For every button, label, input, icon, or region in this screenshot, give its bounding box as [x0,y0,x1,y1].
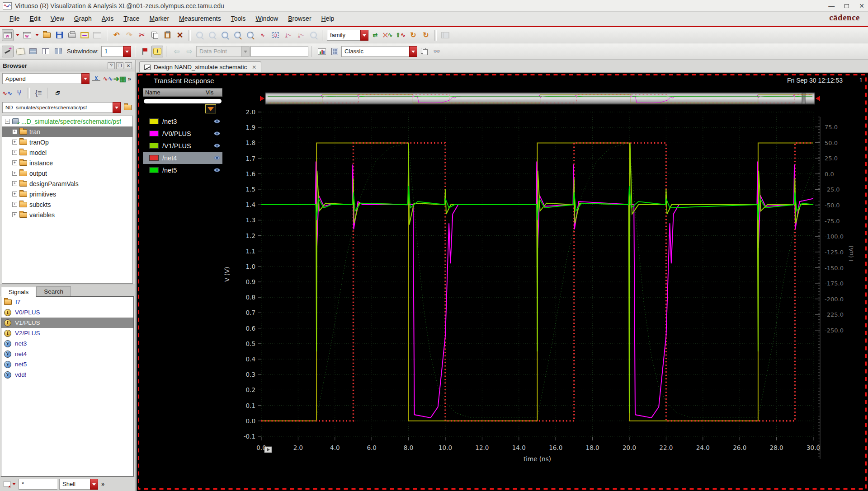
next-point-button[interactable]: ⇨ [184,46,195,57]
expand-icon[interactable]: + [12,212,17,217]
signal-item-net4[interactable]: Vnet4 [1,349,133,359]
open-button[interactable] [41,29,52,41]
prev-point-button[interactable]: ⇦ [171,46,183,57]
menu-view[interactable]: View [46,13,69,24]
menu-axis[interactable]: Axis [97,13,118,24]
new-subwindow-button[interactable]: w [21,29,33,41]
plot-window[interactable]: 2.01.91.81.71.61.51.41.31.21.11.00.90.80… [137,73,868,491]
signal-item-i7[interactable]: I7 [1,297,133,307]
calculator-button[interactable] [329,46,340,57]
expand-icon[interactable]: + [12,150,17,155]
menu-marker[interactable]: Marker [145,13,175,24]
layout-editor-button[interactable] [91,29,103,41]
grid-layout-button[interactable] [52,46,64,57]
layers-button[interactable] [418,46,430,57]
visibility-eye-icon[interactable] [213,131,222,136]
close-panel-button[interactable]: ✕ [125,62,132,69]
restore-button[interactable] [844,4,849,8]
signal-item-vdd-[interactable]: Vvdd! [1,369,133,380]
menu-measurements[interactable]: Measurements [174,13,226,24]
scatter-mode-button[interactable]: ⤬∿ [382,29,394,41]
graph-tab-close[interactable]: ✕ [252,64,256,70]
signal-item-v0-plus[interactable]: IV0/PLUS [1,307,133,318]
table-view-button[interactable] [439,29,451,41]
signal-item-v1-plus[interactable]: IV1/PLUS [1,318,133,328]
append-overflow-button[interactable]: » [127,75,132,82]
tree-item-instance[interactable]: +instance [2,158,132,168]
visibility-eye-icon[interactable] [213,155,222,160]
legend-item--v1-plus[interactable]: /V1/PLUS [143,140,222,152]
data-point-combo[interactable]: Data Point [196,46,250,57]
tree-item-primitives[interactable]: +primitives [2,189,132,199]
legend-scrollbar[interactable] [144,99,222,103]
menu-graph[interactable]: Graph [69,13,97,24]
overlay-mode-button[interactable]: ⇧∿ [395,29,406,41]
plot-family-icon[interactable]: ∿∿ [103,75,113,83]
horizontal-split-button[interactable] [27,46,39,57]
filter-sheet-icon[interactable] [2,480,12,488]
tree-item-output[interactable]: +output [2,168,132,178]
menu-browser[interactable]: Browser [283,13,316,24]
visibility-eye-icon[interactable] [213,168,222,173]
append-mode-combo[interactable]: Append [2,73,90,84]
tree-item-subckts[interactable]: +subckts [2,199,132,210]
fork-tool-icon[interactable]: ⑂ [14,89,24,97]
zoom-in-button[interactable]: + [231,29,243,41]
tree-item-variables[interactable]: +variables [2,210,132,220]
wand-tool-button[interactable] [2,46,14,57]
expand-icon[interactable]: + [12,181,17,186]
print-button[interactable] [66,29,78,41]
fit-view-button[interactable] [219,29,231,41]
filter-dropdown[interactable] [11,479,17,489]
legend-item--v0-plus[interactable]: /V0/PLUS [143,127,222,140]
visibility-eye-icon[interactable] [213,143,222,148]
swap-axes-button[interactable]: ⇄ [369,29,381,41]
signal-item-v2-plus[interactable]: IV2/PLUS [1,328,133,338]
cut-button[interactable]: ✂ [136,29,148,41]
color-picker-icon[interactable]: 🗗 [53,89,63,97]
filter-funnel-icon[interactable] [205,104,216,113]
subwindow-spinner-arrow[interactable] [123,46,131,57]
shell-combo-arrow[interactable] [90,479,98,490]
data-point-combo-arrow[interactable] [241,46,250,57]
new-subwindow-dropdown[interactable] [34,30,40,40]
redo-button[interactable]: ↷ [123,29,135,41]
signal-item-net3[interactable]: Vnet3 [1,338,133,349]
menu-file[interactable]: File [5,13,25,24]
tab-search[interactable]: Search [36,286,71,296]
legend-item--net3[interactable]: /net3 [143,115,222,127]
browse-results-button[interactable] [123,104,132,112]
float-panel-button[interactable]: ❐ [116,62,123,69]
zoom-y-button[interactable]: ⤓∿ [295,29,307,41]
waves-tool-icon[interactable]: ∿∿ [2,89,12,97]
export-image-button[interactable] [79,29,90,41]
menu-trace[interactable]: Trace [118,13,144,24]
expand-icon[interactable]: + [12,140,17,145]
zoom-waveform-button[interactable]: ∿ [257,29,269,41]
expand-icon[interactable]: + [12,171,17,176]
reload-all-button[interactable]: ↻ [420,29,432,41]
previous-view-button[interactable] [193,29,205,41]
tree-item-designParamVals[interactable]: +designParamVals [2,178,132,189]
cards-view-button[interactable] [14,46,26,57]
subwindow-spinner[interactable]: 1 [101,46,131,57]
theme-combo[interactable]: Classic [341,46,417,57]
delete-button[interactable]: ✕ [174,29,186,41]
collapse-icon[interactable]: − [5,119,10,124]
paste-button[interactable] [161,29,173,41]
zoom-out-button[interactable]: − [244,29,256,41]
results-dir-combo[interactable]: ND_simulate/spectre/schematic/psf [2,102,121,113]
label-bubble-button[interactable]: i [151,46,163,57]
point-value-input[interactable] [250,46,308,57]
menu-window[interactable]: Window [250,13,283,24]
results-dir-arrow[interactable] [113,102,121,113]
tree-item-tranOp[interactable]: +tranOp [2,137,132,147]
save-button[interactable] [53,29,65,41]
family-combo-arrow[interactable] [360,30,368,41]
display-settings-button[interactable]: 👓 [431,46,443,57]
histogram-button[interactable] [316,46,328,57]
export-table-icon[interactable]: ➜▦ [115,75,125,83]
new-window-button[interactable]: w [2,29,14,41]
legend-item--net4[interactable]: /net4 [143,152,222,164]
theme-combo-arrow[interactable] [409,46,417,57]
